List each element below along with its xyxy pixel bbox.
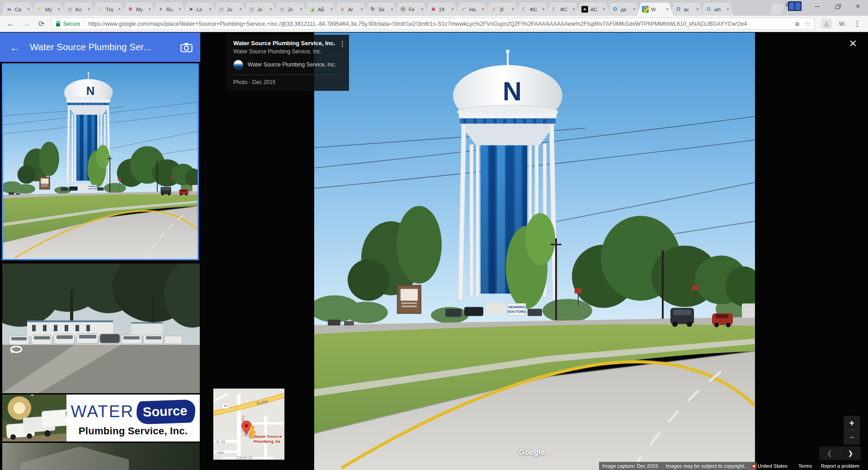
url-text[interactable]: https://www.google.com/maps/place/Water+… [88, 21, 791, 27]
tab-close-icon[interactable]: ✕ [298, 7, 304, 12]
tab-21-де[interactable]: Oде✕ [607, 3, 640, 16]
tab-3-Ko[interactable]: ▤Ko✕ [61, 3, 95, 16]
tab-close-icon[interactable]: ✕ [238, 7, 243, 12]
report-image-icon[interactable] [751, 464, 756, 469]
tab-4-Tra[interactable]: ❀Tra✕ [92, 3, 125, 16]
tab-17-3/[interactable]: ✓3/✕ [486, 3, 519, 16]
close-viewer-button[interactable]: ✕ [849, 38, 857, 50]
tab-close-icon[interactable]: ✕ [86, 7, 92, 12]
doc-favicon-icon: ▤ [218, 6, 225, 13]
minimap-business-line1: Water Source [254, 434, 283, 439]
route-badge: 34 [223, 404, 227, 408]
tab-5-My[interactable]: ❋My✕ [122, 3, 156, 16]
tab-18-ФС[interactable]: ☾ФС✕ [516, 3, 549, 16]
tab-close-icon[interactable]: ✕ [56, 7, 61, 12]
tab-19-ФС[interactable]: ☾ФС✕ [546, 3, 580, 16]
flag-favicon-icon: ➤ [188, 6, 194, 13]
tab-label: Sir [378, 7, 387, 12]
mini-map[interactable]: 34 Bullsb Farmer St on St Ave Glenn St W… [213, 388, 285, 460]
logo-word-source: Source [136, 399, 196, 424]
tab-8-Jo[interactable]: ▤Jo✕ [213, 3, 246, 16]
tab-12-Ar[interactable]: aAr✕ [334, 3, 368, 16]
card-divider [232, 75, 343, 75]
tab-10-Jo[interactable]: ▤Jo✕ [274, 3, 307, 16]
tab-9-Jo[interactable]: ▤Jo✕ [243, 3, 277, 16]
tab-close-icon[interactable]: ✕ [632, 7, 637, 12]
photo-title: Water Source Plumbing Service, Inc. [233, 40, 343, 47]
tab-close-icon[interactable]: ✕ [268, 7, 274, 12]
tab-label: 3/ [500, 7, 509, 12]
photo-date: Photo - Dec 2015 [233, 79, 343, 85]
tab-close-icon[interactable]: ✕ [695, 7, 700, 12]
camera-icon[interactable] [180, 42, 193, 52]
street-label-2: Ave [217, 450, 224, 455]
terms-link[interactable]: Terms [798, 463, 812, 469]
previous-photo-button[interactable]: ❮ [819, 450, 840, 457]
tab-close-icon[interactable]: ✕ [480, 7, 486, 12]
tab-close-icon[interactable]: ✕ [147, 7, 152, 12]
tab-close-icon[interactable]: ✕ [450, 7, 455, 12]
address-bar[interactable]: Secure https://www.google.com/maps/place… [52, 18, 814, 30]
thumbnail-street-view[interactable] [2, 263, 200, 393]
tab-24-wh[interactable]: Gwh✕ [700, 3, 734, 16]
restore-button[interactable] [827, 0, 848, 13]
doc-favicon-icon: ▤ [278, 6, 285, 13]
tab-11-AE[interactable]: ◪AE✕ [304, 3, 337, 16]
bookmark-star-icon[interactable]: ☆ [804, 20, 810, 28]
reload-button[interactable]: ⟳ [34, 18, 48, 30]
browser-menu-icon[interactable]: ⋮ [849, 20, 865, 28]
tab-close-icon[interactable]: ✕ [510, 7, 516, 12]
tab-6-Ru[interactable]: ⌖Ru✕ [152, 3, 186, 16]
tab-1-Ca[interactable]: azCa✕ [1, 3, 34, 16]
sun-favicon-icon: ☀ [36, 6, 43, 13]
tab-close-icon[interactable]: ✕ [571, 7, 576, 12]
w-extension-icon[interactable]: W. [839, 20, 846, 27]
tab-2-My[interactable]: ☀My✕ [31, 3, 65, 16]
profile-avatar[interactable] [784, 0, 802, 12]
tab-close-icon[interactable]: ✕ [177, 7, 183, 12]
back-arrow-icon[interactable]: ← [0, 41, 30, 54]
tab-close-icon[interactable]: ✕ [541, 7, 546, 12]
tab-close-icon[interactable]: ✕ [359, 7, 364, 12]
tab-23-вс[interactable]: Oвс✕ [670, 3, 703, 16]
minimize-button[interactable] [807, 0, 827, 13]
tab-20-AC[interactable]: AAC✕ [576, 3, 610, 16]
card-overflow-menu-icon[interactable]: ⋮ [339, 40, 346, 48]
thumbnail-water-tower-selected[interactable] [2, 63, 199, 260]
tab-close-icon[interactable]: ✕ [208, 7, 213, 12]
tab-label: Jo [288, 7, 297, 12]
tabs-container: azCa✕☀My✕▤Ko✕❀Tra✕❋My✕⌖Ru✕➤Le✕▤Jo✕▤Jo✕▤J… [1, 3, 766, 16]
thumbnail-partial-photo[interactable] [2, 443, 200, 470]
tab-label: 24 [439, 7, 448, 12]
zoom-out-button[interactable]: − [844, 430, 860, 444]
tab-close-icon[interactable]: ✕ [26, 7, 31, 12]
tab-close-icon[interactable]: ✕ [725, 7, 731, 12]
page-zoom-icon[interactable]: ⊕ [795, 20, 800, 28]
pdf-extension-icon[interactable] [821, 19, 832, 29]
tab-7-Le[interactable]: ➤Le✕ [183, 3, 216, 16]
attribution-link[interactable]: Water Source Plumbing Service, Inc. [248, 61, 336, 68]
thumbnail-company-logo[interactable]: WATER Source Plumbing Service, Inc. [2, 395, 200, 442]
photo-sidebar: ← Water Source Plumbing Ser... [0, 33, 200, 470]
close-window-button[interactable]: ✕ [848, 0, 868, 13]
tab-15-24[interactable]: ※24✕ [425, 3, 458, 16]
tab-22-W[interactable]: W✕ [637, 3, 673, 16]
zoom-in-button[interactable]: + [844, 416, 860, 430]
next-photo-button[interactable]: ❯ [840, 450, 861, 457]
forward-button[interactable]: → [19, 18, 34, 30]
wordpress-favicon-icon: Ⓦ [400, 6, 406, 13]
tab-close-icon[interactable]: ✕ [665, 7, 670, 12]
sidebar-header: ← Water Source Plumbing Ser... [0, 33, 200, 62]
street-view-photo[interactable] [314, 33, 755, 470]
tab-close-icon[interactable]: ✕ [329, 7, 334, 12]
tab-close-icon[interactable]: ✕ [420, 7, 425, 12]
back-button[interactable]: ← [3, 18, 19, 30]
tab-close-icon[interactable]: ✕ [117, 7, 122, 12]
tab-close-icon[interactable]: ✕ [389, 7, 395, 12]
report-problem-link[interactable]: Report a problem [821, 463, 859, 469]
tab-13-Sir[interactable]: ↻Sir✕ [364, 3, 398, 16]
tab-14-Fe[interactable]: ⓌFe✕ [395, 3, 428, 16]
tab-close-icon[interactable]: ✕ [601, 7, 607, 12]
tab-16-Ha[interactable]: ✓Ha✕ [455, 3, 489, 16]
secure-label: Secure [63, 21, 80, 27]
